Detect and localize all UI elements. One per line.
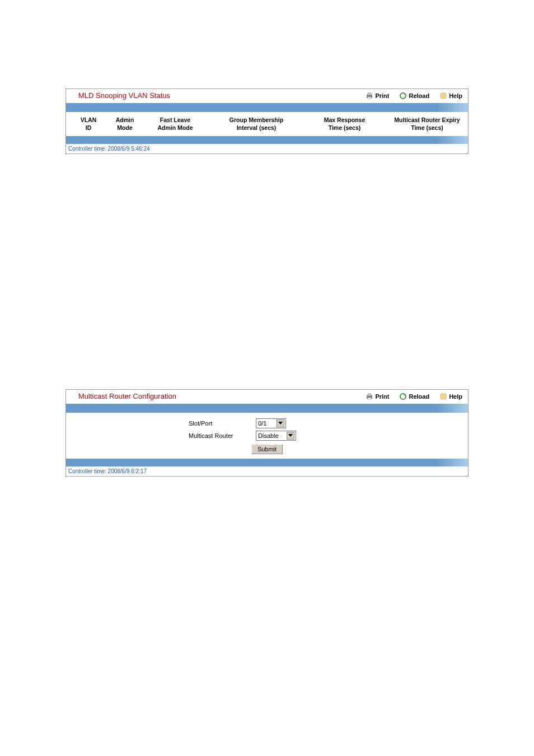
chevron-down-icon	[277, 419, 284, 427]
reload-link[interactable]: Reload	[399, 393, 429, 400]
controller-time: Controller time: 2008/6/9 6:2:17	[66, 466, 468, 476]
form-area: Slot/Port 0/1 Multicast Router Disable S…	[66, 413, 468, 459]
reload-label: Reload	[409, 92, 429, 99]
help-label: Help	[449, 393, 462, 400]
help-icon	[439, 92, 447, 100]
col-admin-mode: AdminMode	[105, 116, 144, 132]
svg-rect-6	[368, 394, 371, 396]
separator-bar	[66, 136, 468, 144]
slot-port-select[interactable]: 0/1	[256, 418, 286, 428]
svg-rect-4	[441, 93, 446, 99]
chevron-down-icon	[287, 432, 294, 440]
mld-snooping-vlan-status-panel: MLD Snooping VLAN Status Print Reload He…	[65, 88, 469, 154]
reload-label: Reload	[409, 393, 429, 400]
separator-bar	[66, 404, 468, 413]
help-link[interactable]: Help	[439, 92, 462, 100]
panel-header: MLD Snooping VLAN Status Print Reload He…	[66, 89, 468, 103]
col-mrouter-expiry: Multicast Router ExpiryTime (secs)	[382, 116, 472, 132]
panel-title: Multicast Router Configuration	[78, 392, 366, 400]
reload-icon	[399, 92, 407, 100]
multicast-router-config-panel: Multicast Router Configuration Print Rel…	[65, 389, 469, 477]
help-icon	[439, 393, 447, 400]
svg-rect-7	[368, 398, 371, 399]
reload-icon	[399, 393, 407, 400]
mrouter-row: Multicast Router Disable	[189, 431, 345, 441]
print-link[interactable]: Print	[366, 92, 389, 100]
print-label: Print	[375, 92, 389, 99]
print-link[interactable]: Print	[366, 393, 389, 400]
col-fast-leave: Fast LeaveAdmin Mode	[144, 116, 206, 132]
print-icon	[366, 92, 373, 100]
header-links: Print Reload Help	[366, 92, 462, 100]
controller-time: Controller time: 2008/6/9 5:46:24	[66, 144, 468, 153]
print-label: Print	[375, 393, 389, 400]
slot-port-label: Slot/Port	[189, 420, 256, 427]
help-link[interactable]: Help	[439, 393, 462, 400]
slot-port-value: 0/1	[258, 420, 266, 427]
mrouter-value: Disable	[258, 432, 279, 439]
svg-rect-1	[368, 93, 371, 95]
print-icon	[366, 393, 373, 400]
mrouter-label: Multicast Router	[189, 432, 256, 439]
reload-link[interactable]: Reload	[399, 92, 429, 100]
svg-rect-2	[368, 97, 371, 99]
col-group-membership: Group MembershipInterval (secs)	[206, 116, 307, 132]
panel-title: MLD Snooping VLAN Status	[78, 91, 366, 100]
separator-bar	[66, 103, 468, 112]
col-max-response: Max ResponseTime (secs)	[307, 116, 382, 132]
mrouter-select[interactable]: Disable	[256, 431, 296, 441]
header-links: Print Reload Help	[366, 393, 462, 400]
separator-bar	[66, 459, 468, 466]
table-header-row: VLANID AdminMode Fast LeaveAdmin Mode Gr…	[66, 112, 468, 136]
help-label: Help	[449, 92, 462, 99]
panel-header: Multicast Router Configuration Print Rel…	[66, 390, 468, 404]
submit-button[interactable]: Submit	[251, 444, 283, 454]
svg-rect-9	[441, 394, 446, 399]
slot-port-row: Slot/Port 0/1	[189, 418, 345, 428]
col-vlan-id: VLANID	[72, 116, 105, 132]
